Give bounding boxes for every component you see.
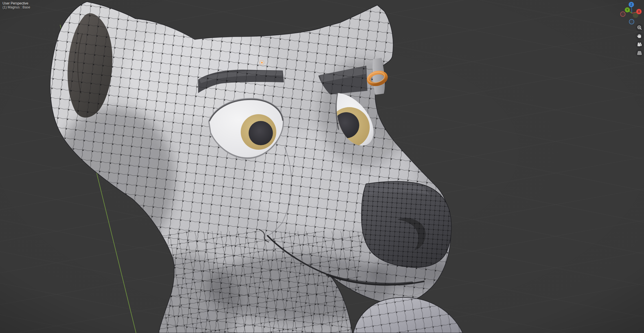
- axis-z-negative-ball[interactable]: [629, 19, 634, 24]
- axis-y-ball[interactable]: Y: [625, 7, 630, 12]
- axis-x-negative-ball[interactable]: [621, 12, 625, 17]
- camera-view-button[interactable]: [636, 41, 643, 48]
- axis-z-ball[interactable]: Z: [629, 2, 634, 7]
- viewport-canvas[interactable]: Z Y X: [0, 0, 644, 333]
- zoom-button[interactable]: [636, 24, 643, 32]
- axis-x-ball[interactable]: X: [636, 9, 642, 14]
- nose: [362, 181, 452, 267]
- move-view-button[interactable]: [636, 32, 643, 40]
- projection-toggle-button[interactable]: [636, 49, 643, 57]
- left-pupil: [249, 121, 273, 145]
- axis-x-label: X: [638, 10, 640, 13]
- camera-icon: [638, 43, 641, 46]
- axis-y-label: Y: [626, 8, 628, 12]
- axis-z-label: Z: [630, 3, 632, 6]
- blender-3d-viewport[interactable]: User Perspective (1) Magnus : Base: [0, 0, 644, 333]
